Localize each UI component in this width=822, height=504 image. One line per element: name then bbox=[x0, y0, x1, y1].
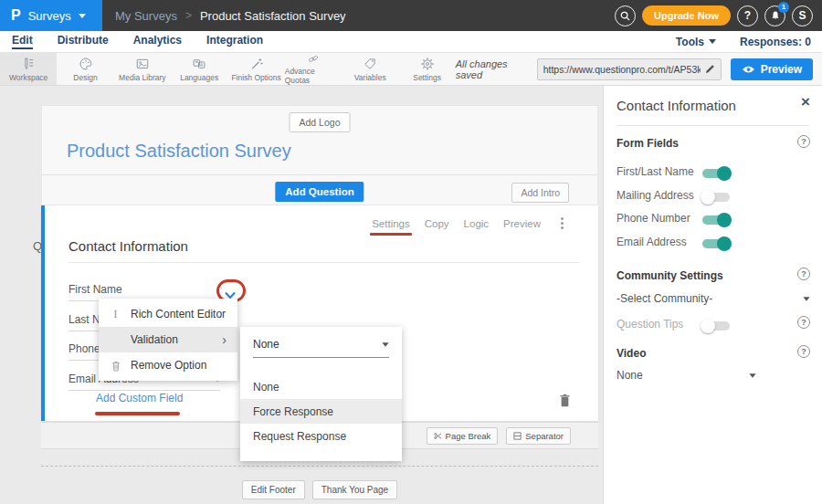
search-icon bbox=[620, 11, 630, 21]
form-fields-heading: Form Fields bbox=[616, 137, 679, 150]
chevron-down-icon bbox=[803, 297, 809, 301]
question-action-settings[interactable]: Settings bbox=[372, 218, 410, 229]
help-button[interactable]: ? bbox=[737, 5, 758, 26]
upgrade-now-button[interactable]: Upgrade Now bbox=[642, 5, 731, 26]
tab-edit[interactable]: Edit bbox=[12, 34, 33, 49]
field-phone[interactable]: Phone bbox=[68, 342, 100, 355]
chevron-down-icon bbox=[709, 39, 716, 44]
tools-menu[interactable]: Tools bbox=[676, 36, 716, 48]
community-settings-heading: Community Settings bbox=[616, 269, 723, 282]
toggle-question-tips[interactable] bbox=[702, 321, 730, 331]
tab-distribute[interactable]: Distribute bbox=[58, 34, 109, 49]
page-break-button[interactable]: Page Break bbox=[427, 427, 499, 445]
question-action-preview[interactable]: Preview bbox=[503, 218, 541, 229]
tool-design[interactable]: Design bbox=[57, 53, 113, 85]
toggle-label-email-address: Email Address bbox=[616, 236, 687, 248]
tool-advance-quotas[interactable]: Advance Quotas bbox=[285, 53, 342, 85]
toggle-knob bbox=[701, 190, 715, 205]
editor-toolbar: Workspace Design Media Library A Languag… bbox=[0, 53, 822, 86]
edit-footer-button[interactable]: Edit Footer bbox=[242, 480, 305, 499]
toggle-mailing-address[interactable] bbox=[702, 193, 730, 202]
add-intro-button[interactable]: Add Intro bbox=[511, 183, 569, 203]
tool-variables[interactable]: Variables bbox=[342, 53, 398, 85]
link-icon bbox=[306, 53, 321, 65]
video-select-value: None bbox=[616, 369, 643, 382]
question-action-copy[interactable]: Copy bbox=[425, 218, 449, 229]
question-actions: Settings Copy Logic Preview bbox=[372, 217, 564, 229]
edit-url-button[interactable] bbox=[701, 59, 721, 79]
annotation-underline-add-custom-field bbox=[95, 412, 180, 415]
survey-title[interactable]: Product Satisfaction Survey bbox=[67, 141, 291, 162]
tab-analytics[interactable]: Analytics bbox=[133, 34, 182, 49]
question-settings-sidebar: Contact Information × Form Fields ? Firs… bbox=[603, 86, 822, 504]
divider bbox=[68, 262, 580, 263]
validation-option-request-response[interactable]: Request Response bbox=[240, 424, 402, 448]
tool-label: Workspace bbox=[9, 73, 47, 82]
tool-workspace[interactable]: Workspace bbox=[0, 53, 57, 85]
questionpro-survey-editor: P Surveys My Surveys > Product Satisfact… bbox=[0, 0, 822, 504]
tool-label: Settings bbox=[413, 73, 441, 82]
help-icon[interactable]: ? bbox=[797, 316, 810, 329]
notifications-button[interactable]: 1 bbox=[764, 5, 785, 26]
add-question-button[interactable]: Add Question bbox=[275, 182, 364, 202]
toggle-label-first-last-name: First/Last Name bbox=[616, 165, 694, 178]
toggle-first-last-name[interactable] bbox=[702, 169, 730, 178]
close-icon[interactable]: × bbox=[801, 94, 810, 110]
survey-url-field[interactable]: https://www.questionpro.com/t/AP53kZgUI bbox=[537, 58, 722, 80]
trash-icon bbox=[110, 358, 121, 373]
survey-url[interactable]: https://www.questionpro.com/t/AP53kZgUI bbox=[538, 64, 701, 75]
tool-label: Advance Quotas bbox=[285, 67, 342, 85]
thank-you-page-button[interactable]: Thank You Page bbox=[312, 480, 397, 499]
chevron-down-icon bbox=[382, 342, 388, 347]
menu-item-rich-content-editor[interactable]: I Rich Content Editor bbox=[99, 301, 237, 327]
video-select[interactable]: None bbox=[616, 369, 756, 382]
question-title[interactable]: Contact Information bbox=[68, 238, 188, 254]
tool-finish-options[interactable]: Finish Options bbox=[227, 53, 284, 85]
workspace-icon bbox=[21, 57, 36, 71]
toggle-phone-number[interactable] bbox=[702, 215, 730, 225]
help-icon[interactable]: ? bbox=[797, 345, 810, 358]
validation-option-none[interactable]: None bbox=[240, 374, 402, 399]
breadcrumb-parent[interactable]: My Surveys bbox=[115, 9, 177, 23]
tool-languages[interactable]: A Languages bbox=[171, 53, 227, 85]
preview-label: Preview bbox=[761, 63, 802, 76]
divider bbox=[616, 125, 809, 126]
search-button[interactable] bbox=[615, 5, 636, 26]
tool-media-library[interactable]: Media Library bbox=[114, 53, 171, 85]
validation-option-force-response[interactable]: Force Response bbox=[240, 399, 402, 424]
menu-item-validation[interactable]: Validation › bbox=[99, 327, 237, 352]
tab-integration[interactable]: Integration bbox=[206, 34, 263, 49]
toggle-label-mailing-address: Mailing Address bbox=[616, 189, 694, 202]
help-icon[interactable]: ? bbox=[797, 135, 810, 148]
annotation-underline-settings bbox=[370, 233, 412, 236]
separator-button[interactable]: Separator bbox=[506, 427, 571, 445]
question-action-logic[interactable]: Logic bbox=[464, 218, 490, 229]
validation-options: None Force Response Request Response bbox=[240, 374, 402, 448]
validation-select[interactable]: None bbox=[253, 338, 389, 358]
tool-settings[interactable]: Settings bbox=[398, 53, 455, 85]
add-logo-button[interactable]: Add Logo bbox=[290, 112, 351, 132]
field-first-name[interactable]: First Name bbox=[68, 283, 122, 296]
question-tips-label: Question Tips bbox=[616, 318, 683, 331]
editor-main: Add Logo Product Satisfaction Survey Add… bbox=[0, 86, 822, 504]
footer-dashed-divider bbox=[41, 466, 598, 467]
responses-count[interactable]: Responses: 0 bbox=[740, 36, 811, 48]
help-icon[interactable]: ? bbox=[797, 268, 810, 280]
menu-item-remove-option[interactable]: Remove Option bbox=[99, 352, 237, 378]
pencil-icon bbox=[705, 64, 715, 74]
breadcrumb-separator: > bbox=[185, 9, 192, 22]
field-underline bbox=[68, 390, 220, 391]
add-custom-field-link[interactable]: Add Custom Field bbox=[96, 392, 183, 404]
delete-question-button[interactable] bbox=[559, 394, 571, 411]
community-select[interactable]: -Select Community- bbox=[616, 292, 810, 305]
more-options-icon[interactable] bbox=[561, 217, 564, 229]
product-switcher[interactable]: P Surveys bbox=[0, 0, 102, 31]
toggle-knob bbox=[717, 166, 732, 181]
toggle-knob bbox=[717, 213, 732, 227]
separator-icon bbox=[513, 432, 522, 440]
svg-text:A: A bbox=[200, 62, 204, 67]
avatar[interactable]: S bbox=[792, 5, 813, 26]
preview-button[interactable]: Preview bbox=[731, 58, 813, 80]
toggle-email-address[interactable] bbox=[702, 239, 730, 248]
tag-icon bbox=[363, 57, 377, 71]
